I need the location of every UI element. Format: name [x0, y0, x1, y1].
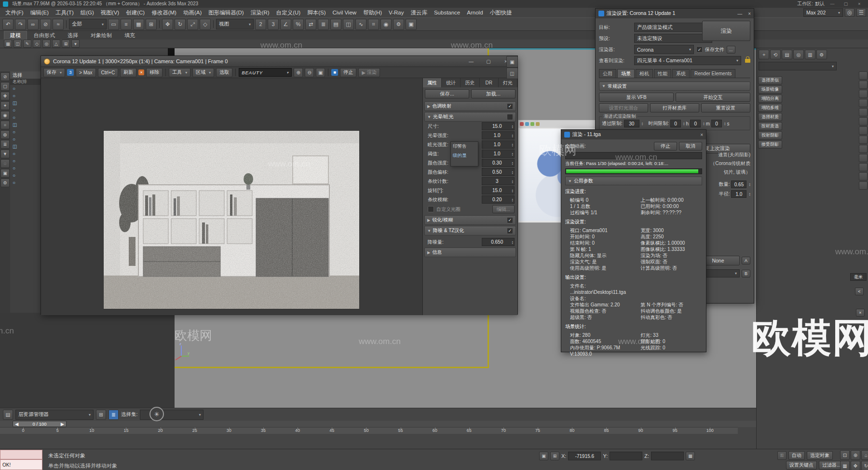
dialog-close-icon[interactable]: ×: [748, 11, 751, 16]
menu-item[interactable]: 修改器(M): [148, 9, 180, 16]
pass-limit-field[interactable]: 30: [624, 120, 639, 127]
display-geometry-icon[interactable]: ▢: [0, 82, 10, 91]
lock-icon[interactable]: ▣: [0, 169, 10, 178]
aperture-edit-button[interactable]: 编辑...: [492, 205, 515, 213]
layer-manager-icon[interactable]: ▤: [330, 19, 341, 30]
vfb-tab-dr[interactable]: DR: [480, 78, 499, 87]
zoom-extents-icon[interactable]: ⌂: [861, 450, 868, 460]
polygon-modeling-icon[interactable]: ▦: [4, 40, 12, 48]
time-minutes-field[interactable]: 0: [690, 120, 701, 127]
key-icon[interactable]: ⚿: [777, 451, 787, 460]
close-icon[interactable]: ×: [854, 1, 865, 6]
selected-objects-button[interactable]: 选定对象: [807, 451, 833, 460]
dialog-close-icon[interactable]: ×: [700, 132, 703, 138]
grid-toggle-icon[interactable]: ▦: [686, 452, 695, 460]
crossing-select-icon[interactable]: ⊞: [146, 19, 157, 30]
time-seconds-field[interactable]: 0: [711, 120, 722, 127]
display-cameras-icon[interactable]: ◉: [0, 111, 10, 120]
vfb-stop-icon[interactable]: ■: [331, 69, 338, 76]
spinner-icon[interactable]: ▴▾: [512, 161, 513, 165]
align-icon[interactable]: ≣: [318, 19, 329, 30]
save-file-checkbox[interactable]: ✓: [696, 46, 703, 53]
display-shapes-icon[interactable]: ✚: [0, 92, 10, 100]
param-value-field[interactable]: 0.20▴▾: [482, 195, 515, 204]
schematic-view-icon[interactable]: ⌗: [368, 19, 379, 30]
rs-tab-camera[interactable]: 相机: [636, 69, 653, 78]
filter-icon[interactable]: ▼: [0, 150, 10, 158]
unlink-icon[interactable]: ⊘: [40, 19, 51, 30]
dialog-minimize-icon[interactable]: —: [737, 11, 742, 16]
vfb-save-button[interactable]: 保存▾: [43, 68, 65, 77]
timeline-ruler[interactable]: 0510152025303540455055606570758085909510…: [0, 427, 738, 434]
utilities-tab-icon[interactable]: ⚙: [816, 50, 827, 59]
vfb-tab-properties[interactable]: 属性: [423, 78, 442, 87]
panel-close-button[interactable]: ×: [856, 309, 865, 317]
render-progress-titlebar[interactable]: 渲染 - 11.tga ×: [561, 130, 706, 139]
isolate-icon[interactable]: ⊡: [840, 450, 850, 460]
param-value-field[interactable]: 1.0▴▾: [482, 140, 515, 149]
zoom-out-icon[interactable]: ⊖: [305, 68, 314, 77]
spinner-icon[interactable]: ▴▾: [512, 124, 513, 128]
motion-tab-icon[interactable]: ◎: [793, 50, 804, 59]
panel-mini-button[interactable]: [859, 145, 868, 153]
rs-tab-performance[interactable]: 性能: [654, 69, 671, 78]
zoom-icon[interactable]: ⊕: [851, 450, 860, 460]
vfb-maximize-icon[interactable]: ▢: [480, 59, 497, 64]
section-bloom-glare[interactable]: ▼光晕/眩光: [424, 112, 516, 122]
layer-manager-combo[interactable]: 层资源管理器▾: [15, 410, 94, 420]
reset-settings-button[interactable]: 重置设置: [701, 103, 750, 112]
renderer-combo[interactable]: Corona▾: [634, 45, 694, 54]
display-lights-icon[interactable]: ✦: [0, 101, 10, 110]
sort-icon[interactable]: ≣: [0, 140, 10, 149]
vfb-save-config-button[interactable]: 保存...: [425, 89, 469, 98]
panel-mini-button[interactable]: [859, 99, 868, 107]
redo-icon[interactable]: ↷: [15, 19, 26, 30]
pause-button[interactable]: 停止: [654, 142, 677, 151]
amount-field[interactable]: 0.65: [731, 180, 746, 188]
modifiers-icon[interactable]: ◫: [14, 40, 22, 48]
curve-editor-icon[interactable]: ∿: [355, 19, 366, 30]
panel-mini-button[interactable]: [859, 163, 868, 171]
menu-item[interactable]: 脚本(S): [304, 9, 329, 16]
layer-icon[interactable]: ▤: [3, 410, 13, 420]
param-value-field[interactable]: 0.50▴▾: [482, 168, 515, 176]
menu-item[interactable]: 图形编辑器(D): [205, 9, 247, 16]
menu-item[interactable]: 组(G): [77, 9, 97, 16]
more-icon[interactable]: ▾: [71, 40, 80, 48]
spinner-icon[interactable]: ▴▾: [512, 143, 513, 147]
scene-explorer-row[interactable]: ○: [10, 136, 41, 143]
menu-item[interactable]: 漫云库: [407, 9, 431, 16]
bind-spacewarp-icon[interactable]: ≈: [53, 19, 64, 30]
pan-icon[interactable]: ✥: [851, 461, 860, 470]
material-editor-icon[interactable]: ◉: [380, 19, 392, 30]
viewport-to-render-combo[interactable]: 四元菜单 4 - Camera001▾: [634, 56, 741, 65]
script-panel-button[interactable]: 塌陷多维: [758, 104, 782, 112]
ribbon-toggle-icon[interactable]: ◫: [343, 19, 354, 30]
geometry-icon[interactable]: ◇: [33, 40, 41, 48]
vfb-send-to-max-button[interactable]: > Max: [76, 68, 96, 77]
zoom-region-icon[interactable]: ▦: [840, 461, 850, 470]
menu-item[interactable]: 帮助(H): [360, 9, 385, 16]
vfb-copy-button[interactable]: Ctrl+C: [98, 68, 119, 77]
set-key-button[interactable]: 设置关键点: [786, 461, 817, 470]
edit-poly-icon[interactable]: ✎: [23, 40, 31, 48]
denoise-amount-field[interactable]: 0.650▴▾: [482, 238, 515, 246]
menu-item[interactable]: 工具(T): [52, 9, 77, 16]
scene-explorer-row[interactable]: ○: [10, 157, 41, 165]
script-panel-button[interactable]: 选择材质: [758, 113, 782, 121]
uv-icon[interactable]: ⊞: [62, 40, 70, 48]
spinner-icon[interactable]: ▴▾: [512, 189, 513, 193]
section-info[interactable]: ▶信息: [424, 248, 516, 257]
open-material-library-button[interactable]: 打开材质库: [650, 103, 699, 112]
slot-a-button[interactable]: A: [742, 257, 750, 264]
menu-item[interactable]: 视图(V): [97, 9, 122, 16]
background-mini-window-icon[interactable]: ▣: [506, 56, 518, 68]
move-icon[interactable]: ✥: [162, 19, 173, 30]
create-tab-icon[interactable]: ＋: [759, 50, 769, 59]
rs-tab-system[interactable]: 系统: [672, 69, 690, 78]
cancel-button[interactable]: 取消: [679, 142, 702, 151]
pivot-center-icon[interactable]: ◇: [200, 19, 211, 30]
rs-tab-scene[interactable]: 场景: [617, 69, 635, 78]
link-icon[interactable]: ∞: [27, 19, 39, 30]
render-setup-icon[interactable]: ⚙: [393, 19, 404, 30]
